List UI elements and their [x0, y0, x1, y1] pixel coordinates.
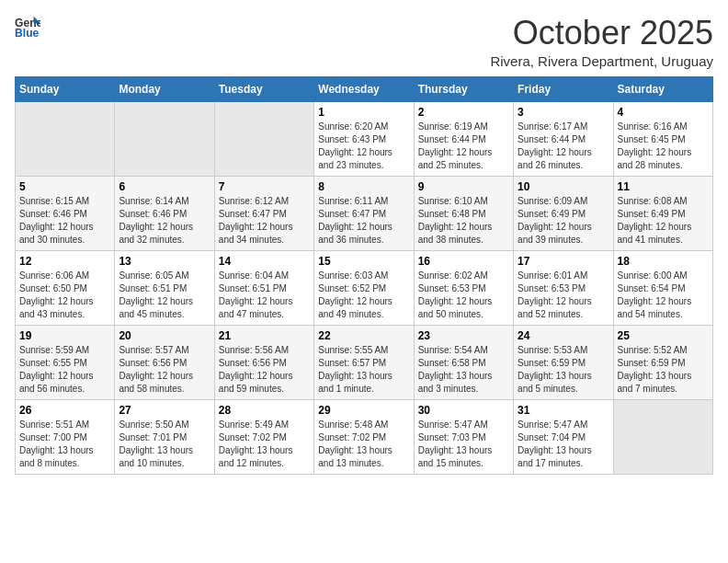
- day-number: 27: [119, 404, 210, 417]
- day-info: Sunrise: 5:56 AM Sunset: 6:56 PM Dayligh…: [219, 344, 310, 396]
- logo-icon: General Blue: [15, 15, 40, 40]
- day-number: 15: [318, 255, 409, 268]
- calendar-cell: 3Sunrise: 6:17 AM Sunset: 6:44 PM Daylig…: [514, 101, 613, 176]
- calendar-cell: [115, 101, 214, 176]
- day-number: 2: [418, 106, 509, 119]
- calendar-cell: 5Sunrise: 6:15 AM Sunset: 6:46 PM Daylig…: [16, 176, 115, 250]
- calendar-cell: 26Sunrise: 5:51 AM Sunset: 7:00 PM Dayli…: [16, 399, 115, 474]
- day-info: Sunrise: 6:12 AM Sunset: 6:47 PM Dayligh…: [219, 195, 310, 247]
- day-info: Sunrise: 6:15 AM Sunset: 6:46 PM Dayligh…: [19, 195, 110, 247]
- calendar-cell: 4Sunrise: 6:16 AM Sunset: 6:45 PM Daylig…: [613, 101, 712, 176]
- calendar-cell: [214, 101, 313, 176]
- day-number: 22: [318, 329, 409, 342]
- week-row-1: 1Sunrise: 6:20 AM Sunset: 6:43 PM Daylig…: [16, 101, 713, 176]
- calendar-cell: 13Sunrise: 6:05 AM Sunset: 6:51 PM Dayli…: [115, 250, 214, 325]
- calendar-cell: 24Sunrise: 5:53 AM Sunset: 6:59 PM Dayli…: [514, 325, 613, 399]
- calendar-table: Sunday Monday Tuesday Wednesday Thursday…: [15, 76, 713, 475]
- calendar-cell: 30Sunrise: 5:47 AM Sunset: 7:03 PM Dayli…: [414, 399, 513, 474]
- svg-text:Blue: Blue: [15, 27, 40, 40]
- day-info: Sunrise: 6:09 AM Sunset: 6:49 PM Dayligh…: [518, 195, 609, 247]
- col-monday: Monday: [115, 76, 214, 101]
- week-row-3: 12Sunrise: 6:06 AM Sunset: 6:50 PM Dayli…: [16, 250, 713, 325]
- day-info: Sunrise: 5:54 AM Sunset: 6:58 PM Dayligh…: [418, 344, 509, 396]
- day-info: Sunrise: 6:16 AM Sunset: 6:45 PM Dayligh…: [618, 121, 709, 172]
- location-subtitle: Rivera, Rivera Department, Uruguay: [490, 53, 713, 69]
- day-info: Sunrise: 6:20 AM Sunset: 6:43 PM Dayligh…: [318, 121, 409, 172]
- calendar-cell: 12Sunrise: 6:06 AM Sunset: 6:50 PM Dayli…: [16, 250, 115, 325]
- day-number: 11: [618, 180, 709, 193]
- calendar-cell: 9Sunrise: 6:10 AM Sunset: 6:48 PM Daylig…: [414, 176, 513, 250]
- day-info: Sunrise: 6:11 AM Sunset: 6:47 PM Dayligh…: [318, 195, 409, 247]
- page-header: General Blue October 2025 Rivera, Rivera…: [15, 15, 713, 69]
- day-number: 30: [418, 404, 509, 417]
- calendar-cell: 6Sunrise: 6:14 AM Sunset: 6:46 PM Daylig…: [115, 176, 214, 250]
- day-info: Sunrise: 6:17 AM Sunset: 6:44 PM Dayligh…: [518, 121, 609, 172]
- col-thursday: Thursday: [414, 76, 513, 101]
- month-title: October 2025: [490, 15, 713, 52]
- day-info: Sunrise: 6:14 AM Sunset: 6:46 PM Dayligh…: [119, 195, 210, 247]
- day-info: Sunrise: 5:47 AM Sunset: 7:03 PM Dayligh…: [418, 419, 509, 470]
- day-info: Sunrise: 6:01 AM Sunset: 6:53 PM Dayligh…: [518, 270, 609, 321]
- day-number: 8: [318, 180, 409, 193]
- day-number: 14: [219, 255, 310, 268]
- logo: General Blue: [15, 15, 40, 40]
- calendar-cell: 31Sunrise: 5:47 AM Sunset: 7:04 PM Dayli…: [514, 399, 613, 474]
- calendar-cell: 23Sunrise: 5:54 AM Sunset: 6:58 PM Dayli…: [414, 325, 513, 399]
- calendar-cell: 10Sunrise: 6:09 AM Sunset: 6:49 PM Dayli…: [514, 176, 613, 250]
- col-friday: Friday: [514, 76, 613, 101]
- calendar-cell: 8Sunrise: 6:11 AM Sunset: 6:47 PM Daylig…: [314, 176, 414, 250]
- day-number: 9: [418, 180, 509, 193]
- day-number: 7: [219, 180, 310, 193]
- calendar-cell: 20Sunrise: 5:57 AM Sunset: 6:56 PM Dayli…: [115, 325, 214, 399]
- day-number: 18: [618, 255, 709, 268]
- day-info: Sunrise: 6:19 AM Sunset: 6:44 PM Dayligh…: [418, 121, 509, 172]
- day-info: Sunrise: 5:48 AM Sunset: 7:02 PM Dayligh…: [318, 419, 409, 470]
- day-info: Sunrise: 5:51 AM Sunset: 7:00 PM Dayligh…: [19, 419, 110, 470]
- week-row-4: 19Sunrise: 5:59 AM Sunset: 6:55 PM Dayli…: [16, 325, 713, 399]
- calendar-cell: 17Sunrise: 6:01 AM Sunset: 6:53 PM Dayli…: [514, 250, 613, 325]
- day-info: Sunrise: 5:50 AM Sunset: 7:01 PM Dayligh…: [119, 419, 210, 470]
- col-tuesday: Tuesday: [214, 76, 313, 101]
- col-saturday: Saturday: [613, 76, 712, 101]
- day-info: Sunrise: 5:55 AM Sunset: 6:57 PM Dayligh…: [318, 344, 409, 396]
- calendar-cell: 14Sunrise: 6:04 AM Sunset: 6:51 PM Dayli…: [214, 250, 313, 325]
- day-number: 19: [19, 329, 110, 342]
- day-info: Sunrise: 6:05 AM Sunset: 6:51 PM Dayligh…: [119, 270, 210, 321]
- day-info: Sunrise: 5:57 AM Sunset: 6:56 PM Dayligh…: [119, 344, 210, 396]
- calendar-cell: 21Sunrise: 5:56 AM Sunset: 6:56 PM Dayli…: [214, 325, 313, 399]
- calendar-cell: 18Sunrise: 6:00 AM Sunset: 6:54 PM Dayli…: [613, 250, 712, 325]
- day-info: Sunrise: 5:52 AM Sunset: 6:59 PM Dayligh…: [618, 344, 709, 396]
- day-number: 26: [19, 404, 110, 417]
- calendar-cell: 7Sunrise: 6:12 AM Sunset: 6:47 PM Daylig…: [214, 176, 313, 250]
- calendar-cell: 27Sunrise: 5:50 AM Sunset: 7:01 PM Dayli…: [115, 399, 214, 474]
- calendar-cell: 11Sunrise: 6:08 AM Sunset: 6:49 PM Dayli…: [613, 176, 712, 250]
- day-info: Sunrise: 5:49 AM Sunset: 7:02 PM Dayligh…: [219, 419, 310, 470]
- calendar-cell: 29Sunrise: 5:48 AM Sunset: 7:02 PM Dayli…: [314, 399, 414, 474]
- calendar-cell: 19Sunrise: 5:59 AM Sunset: 6:55 PM Dayli…: [16, 325, 115, 399]
- day-info: Sunrise: 6:08 AM Sunset: 6:49 PM Dayligh…: [618, 195, 709, 247]
- day-number: 16: [418, 255, 509, 268]
- calendar-cell: 16Sunrise: 6:02 AM Sunset: 6:53 PM Dayli…: [414, 250, 513, 325]
- col-sunday: Sunday: [16, 76, 115, 101]
- day-number: 24: [518, 329, 609, 342]
- calendar-cell: 2Sunrise: 6:19 AM Sunset: 6:44 PM Daylig…: [414, 101, 513, 176]
- calendar-cell: [613, 399, 712, 474]
- day-info: Sunrise: 6:10 AM Sunset: 6:48 PM Dayligh…: [418, 195, 509, 247]
- title-block: October 2025 Rivera, Rivera Department, …: [490, 15, 713, 69]
- day-info: Sunrise: 6:04 AM Sunset: 6:51 PM Dayligh…: [219, 270, 310, 321]
- day-number: 28: [219, 404, 310, 417]
- calendar-cell: 22Sunrise: 5:55 AM Sunset: 6:57 PM Dayli…: [314, 325, 414, 399]
- calendar-cell: 28Sunrise: 5:49 AM Sunset: 7:02 PM Dayli…: [214, 399, 313, 474]
- calendar-cell: 1Sunrise: 6:20 AM Sunset: 6:43 PM Daylig…: [314, 101, 414, 176]
- day-info: Sunrise: 6:02 AM Sunset: 6:53 PM Dayligh…: [418, 270, 509, 321]
- day-number: 10: [518, 180, 609, 193]
- day-info: Sunrise: 6:03 AM Sunset: 6:52 PM Dayligh…: [318, 270, 409, 321]
- week-row-5: 26Sunrise: 5:51 AM Sunset: 7:00 PM Dayli…: [16, 399, 713, 474]
- day-info: Sunrise: 5:59 AM Sunset: 6:55 PM Dayligh…: [19, 344, 110, 396]
- day-info: Sunrise: 5:53 AM Sunset: 6:59 PM Dayligh…: [518, 344, 609, 396]
- day-number: 6: [119, 180, 210, 193]
- day-info: Sunrise: 5:47 AM Sunset: 7:04 PM Dayligh…: [518, 419, 609, 470]
- day-number: 13: [119, 255, 210, 268]
- week-row-2: 5Sunrise: 6:15 AM Sunset: 6:46 PM Daylig…: [16, 176, 713, 250]
- day-number: 17: [518, 255, 609, 268]
